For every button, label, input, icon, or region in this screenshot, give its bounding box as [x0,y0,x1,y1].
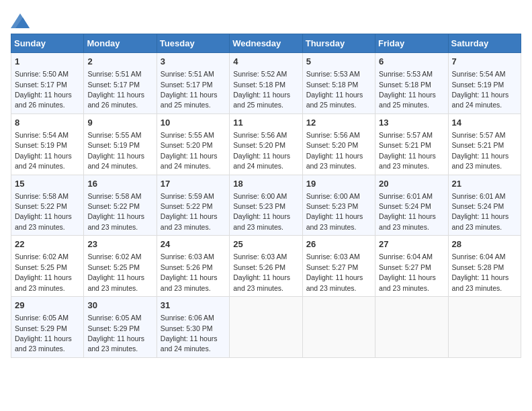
day-header-sunday: Sunday [11,34,84,53]
day-info: Sunrise: 5:59 AM Sunset: 5:22 PM Dayligh… [161,192,218,231]
day-number: 6 [379,56,444,68]
page-header [11,11,521,28]
day-info: Sunrise: 5:51 AM Sunset: 5:17 PM Dayligh… [87,70,144,109]
day-number: 27 [379,238,444,250]
calendar-cell: 18Sunrise: 6:00 AM Sunset: 5:23 PM Dayli… [230,175,302,236]
calendar-cell: 15Sunrise: 5:58 AM Sunset: 5:22 PM Dayli… [11,175,84,236]
day-header-friday: Friday [375,34,448,53]
day-number: 22 [15,238,80,250]
calendar-cell: 29Sunrise: 6:05 AM Sunset: 5:29 PM Dayli… [11,297,84,358]
day-info: Sunrise: 6:01 AM Sunset: 5:24 PM Dayligh… [452,192,509,231]
day-number: 21 [452,178,517,190]
day-number: 4 [233,56,298,68]
day-info: Sunrise: 5:55 AM Sunset: 5:19 PM Dayligh… [87,131,144,170]
calendar-cell [302,297,375,358]
day-number: 16 [87,178,152,190]
day-number: 8 [15,117,80,129]
day-number: 18 [233,178,298,190]
day-info: Sunrise: 6:05 AM Sunset: 5:29 PM Dayligh… [15,314,72,353]
day-number: 20 [379,178,444,190]
calendar-cell: 14Sunrise: 5:57 AM Sunset: 5:21 PM Dayli… [448,113,521,175]
day-number: 31 [161,300,226,312]
day-info: Sunrise: 6:00 AM Sunset: 5:23 PM Dayligh… [233,192,290,231]
calendar-cell [448,297,521,358]
day-number: 24 [161,238,226,250]
day-number: 3 [161,56,226,68]
calendar-cell: 28Sunrise: 6:04 AM Sunset: 5:28 PM Dayli… [448,236,521,297]
day-number: 1 [15,56,80,68]
calendar-cell: 12Sunrise: 5:56 AM Sunset: 5:20 PM Dayli… [302,113,375,175]
calendar-cell: 24Sunrise: 6:03 AM Sunset: 5:26 PM Dayli… [157,236,229,297]
calendar-cell: 8Sunrise: 5:54 AM Sunset: 5:19 PM Daylig… [11,113,84,175]
day-number: 15 [15,178,80,190]
day-number: 28 [452,238,517,250]
day-info: Sunrise: 6:06 AM Sunset: 5:30 PM Dayligh… [161,314,218,353]
day-info: Sunrise: 5:52 AM Sunset: 5:18 PM Dayligh… [233,70,290,109]
day-info: Sunrise: 5:54 AM Sunset: 5:19 PM Dayligh… [15,131,72,170]
day-number: 12 [306,117,371,129]
calendar-cell: 21Sunrise: 6:01 AM Sunset: 5:24 PM Dayli… [448,175,521,236]
day-number: 29 [15,300,80,312]
day-header-monday: Monday [84,34,157,53]
calendar-cell: 7Sunrise: 5:54 AM Sunset: 5:19 PM Daylig… [448,53,521,114]
calendar-table: SundayMondayTuesdayWednesdayThursdayFrid… [11,34,521,358]
day-info: Sunrise: 5:57 AM Sunset: 5:21 PM Dayligh… [379,131,436,170]
calendar-cell: 27Sunrise: 6:04 AM Sunset: 5:27 PM Dayli… [375,236,448,297]
calendar-cell [375,297,448,358]
day-number: 23 [87,238,152,250]
calendar-cell: 23Sunrise: 6:02 AM Sunset: 5:25 PM Dayli… [84,236,157,297]
day-info: Sunrise: 5:53 AM Sunset: 5:18 PM Dayligh… [379,70,436,109]
calendar-cell: 9Sunrise: 5:55 AM Sunset: 5:19 PM Daylig… [84,113,157,175]
day-number: 17 [161,178,226,190]
calendar-cell: 31Sunrise: 6:06 AM Sunset: 5:30 PM Dayli… [157,297,229,358]
day-number: 13 [379,117,444,129]
calendar-cell: 1Sunrise: 5:50 AM Sunset: 5:17 PM Daylig… [11,53,84,114]
calendar-header-row: SundayMondayTuesdayWednesdayThursdayFrid… [11,34,521,53]
calendar-cell: 30Sunrise: 6:05 AM Sunset: 5:29 PM Dayli… [84,297,157,358]
day-info: Sunrise: 5:58 AM Sunset: 5:22 PM Dayligh… [87,192,144,231]
calendar-cell: 10Sunrise: 5:55 AM Sunset: 5:20 PM Dayli… [157,113,229,175]
day-info: Sunrise: 6:01 AM Sunset: 5:24 PM Dayligh… [379,192,436,231]
day-info: Sunrise: 6:05 AM Sunset: 5:29 PM Dayligh… [87,314,144,353]
calendar-cell: 5Sunrise: 5:53 AM Sunset: 5:18 PM Daylig… [302,53,375,114]
day-header-thursday: Thursday [302,34,375,53]
logo [11,13,32,28]
calendar-cell: 11Sunrise: 5:56 AM Sunset: 5:20 PM Dayli… [230,113,302,175]
calendar-week-2: 8Sunrise: 5:54 AM Sunset: 5:19 PM Daylig… [11,113,521,175]
calendar-cell [230,297,302,358]
calendar-cell: 16Sunrise: 5:58 AM Sunset: 5:22 PM Dayli… [84,175,157,236]
calendar-body: 1Sunrise: 5:50 AM Sunset: 5:17 PM Daylig… [11,53,521,358]
day-info: Sunrise: 5:57 AM Sunset: 5:21 PM Dayligh… [452,131,509,170]
day-number: 2 [87,56,152,68]
day-number: 26 [306,238,371,250]
day-info: Sunrise: 6:02 AM Sunset: 5:25 PM Dayligh… [87,253,144,291]
day-number: 14 [452,117,517,129]
calendar-cell: 6Sunrise: 5:53 AM Sunset: 5:18 PM Daylig… [375,53,448,114]
calendar-cell: 19Sunrise: 6:00 AM Sunset: 5:23 PM Dayli… [302,175,375,236]
day-info: Sunrise: 5:56 AM Sunset: 5:20 PM Dayligh… [306,131,363,170]
calendar-week-3: 15Sunrise: 5:58 AM Sunset: 5:22 PM Dayli… [11,175,521,236]
day-info: Sunrise: 6:03 AM Sunset: 5:27 PM Dayligh… [306,253,363,291]
day-number: 10 [161,117,226,129]
day-number: 9 [87,117,152,129]
day-info: Sunrise: 5:53 AM Sunset: 5:18 PM Dayligh… [306,70,363,109]
day-info: Sunrise: 6:04 AM Sunset: 5:27 PM Dayligh… [379,253,436,291]
calendar-cell: 26Sunrise: 6:03 AM Sunset: 5:27 PM Dayli… [302,236,375,297]
day-info: Sunrise: 6:03 AM Sunset: 5:26 PM Dayligh… [233,253,290,291]
day-info: Sunrise: 6:00 AM Sunset: 5:23 PM Dayligh… [306,192,363,231]
calendar-week-1: 1Sunrise: 5:50 AM Sunset: 5:17 PM Daylig… [11,53,521,114]
calendar-cell: 17Sunrise: 5:59 AM Sunset: 5:22 PM Dayli… [157,175,229,236]
calendar-cell: 3Sunrise: 5:51 AM Sunset: 5:17 PM Daylig… [157,53,229,114]
day-info: Sunrise: 5:51 AM Sunset: 5:17 PM Dayligh… [161,70,218,109]
day-number: 25 [233,238,298,250]
day-number: 5 [306,56,371,68]
calendar-cell: 20Sunrise: 6:01 AM Sunset: 5:24 PM Dayli… [375,175,448,236]
day-info: Sunrise: 5:50 AM Sunset: 5:17 PM Dayligh… [15,70,72,109]
day-info: Sunrise: 5:58 AM Sunset: 5:22 PM Dayligh… [15,192,72,231]
calendar-cell: 22Sunrise: 6:02 AM Sunset: 5:25 PM Dayli… [11,236,84,297]
day-info: Sunrise: 6:03 AM Sunset: 5:26 PM Dayligh… [161,253,218,291]
day-info: Sunrise: 6:04 AM Sunset: 5:28 PM Dayligh… [452,253,509,291]
calendar-week-4: 22Sunrise: 6:02 AM Sunset: 5:25 PM Dayli… [11,236,521,297]
day-number: 19 [306,178,371,190]
day-info: Sunrise: 6:02 AM Sunset: 5:25 PM Dayligh… [15,253,72,291]
